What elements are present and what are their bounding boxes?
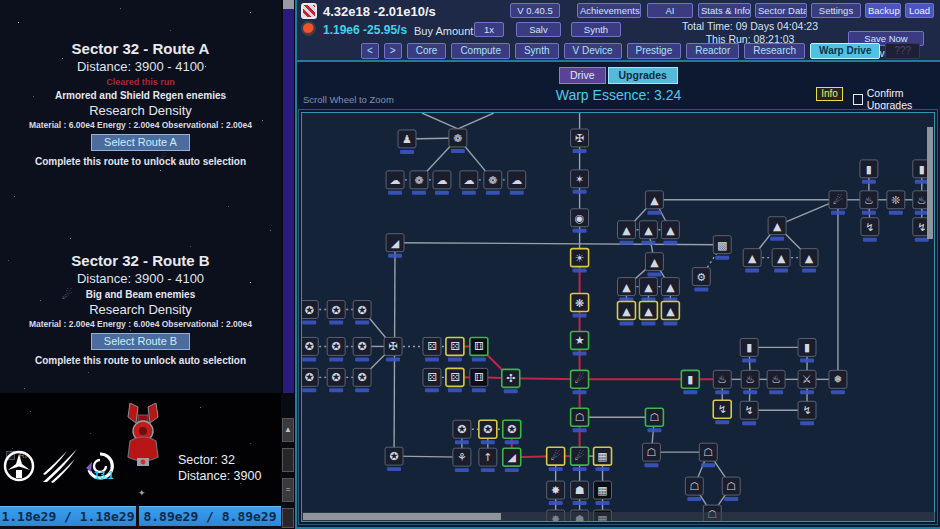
- select-route-a-button[interactable]: Select Route A: [91, 134, 190, 151]
- tree-node-honeycomb[interactable]: ▦: [594, 447, 612, 471]
- tree-node-pyramid[interactable]: ▲: [661, 221, 679, 245]
- scrollbar-track[interactable]: [283, 0, 294, 393]
- tree-node-spiral[interactable]: ✪: [302, 301, 318, 325]
- tree-node-pyramid[interactable]: ▲: [639, 278, 657, 302]
- tree-node-burst[interactable]: ✸: [547, 481, 565, 505]
- tree-node-spiral[interactable]: ✪: [302, 368, 318, 392]
- header-button-sector-data[interactable]: Sector Data: [755, 3, 807, 18]
- tree-node-brain[interactable]: ❁: [410, 171, 428, 195]
- tree-node-chart[interactable]: ◢: [503, 448, 521, 472]
- header-button-ai[interactable]: AI: [647, 3, 693, 18]
- tree-node-spiral[interactable]: ✪: [327, 337, 345, 361]
- tree-node-orb[interactable]: ◉: [571, 209, 589, 233]
- buy-amount-synth[interactable]: Synth: [571, 22, 621, 37]
- tree-node-spiral[interactable]: ✪: [453, 420, 471, 444]
- tree-node-pinwheel[interactable]: ✣: [502, 369, 520, 393]
- ship-mode-icon[interactable]: [1, 448, 37, 484]
- claw-attack-icon[interactable]: [42, 448, 78, 484]
- tree-node-ufo[interactable]: ☖: [699, 443, 717, 467]
- tree-node-bulb[interactable]: ⚘: [453, 448, 471, 472]
- tree-node-lightning[interactable]: ↯: [740, 401, 758, 425]
- tree-node-star[interactable]: ★: [571, 331, 589, 355]
- tab-research[interactable]: Research: [744, 43, 805, 59]
- tree-node-engine[interactable]: ♨: [713, 370, 731, 394]
- tree-node-pyramid[interactable]: ▲: [661, 278, 679, 302]
- info-button[interactable]: Info: [816, 87, 843, 101]
- scrollbar-thumb[interactable]: [283, 0, 294, 9]
- strip-button-blank[interactable]: [282, 508, 294, 528]
- tree-node-pyramid[interactable]: ▲: [800, 249, 818, 273]
- tab-<[interactable]: <: [361, 43, 379, 59]
- tree-node-spiral[interactable]: ✪: [327, 368, 345, 392]
- tree-node-claw[interactable]: ⚔: [798, 370, 816, 394]
- tab-reactor[interactable]: Reactor: [686, 43, 739, 59]
- tab-warp-drive[interactable]: Warp Drive: [810, 43, 880, 59]
- tree-node-lightning[interactable]: ↯: [861, 218, 879, 242]
- strip-button-blank[interactable]: [282, 448, 294, 472]
- tree-node-battery[interactable]: ▮: [798, 338, 816, 362]
- tab-v-device[interactable]: V Device: [564, 43, 622, 59]
- tree-node-fan[interactable]: ❋: [571, 294, 589, 318]
- tree-node-battery[interactable]: ▮: [740, 338, 758, 362]
- tree-vscroll-thumb[interactable]: [927, 127, 933, 239]
- header-button-stats-info[interactable]: Stats & Info: [698, 3, 751, 18]
- tree-node-pyramid[interactable]: ▲: [618, 278, 636, 302]
- tree-node-comet[interactable]: ☄: [571, 370, 589, 394]
- tree-node-saucer[interactable]: ☖: [645, 408, 663, 432]
- tree-node-pyramid[interactable]: ▲: [645, 253, 663, 277]
- tree-node-brain[interactable]: ❁: [449, 129, 467, 153]
- tree-node-pyramid[interactable]: ▲: [639, 221, 657, 245]
- tree-node-saucer[interactable]: ☖: [571, 408, 589, 432]
- tree-node-cloud[interactable]: ☁: [508, 171, 526, 195]
- select-route-b-button[interactable]: Select Route B: [91, 333, 190, 350]
- tab-synth[interactable]: Synth: [515, 43, 559, 59]
- tree-node-pyramid[interactable]: ▲: [743, 249, 761, 273]
- tree-node-lightning[interactable]: ↯: [713, 400, 731, 424]
- tree-node-engine[interactable]: ♨: [767, 370, 785, 394]
- tree-node-cross[interactable]: ✠: [384, 337, 402, 361]
- tree-node-cloud[interactable]: ☁: [386, 171, 404, 195]
- tree-node-ufo[interactable]: ☖: [722, 477, 740, 501]
- tree-node-engine[interactable]: ♨: [741, 370, 759, 394]
- header-button-backup[interactable]: Backup: [865, 3, 901, 18]
- tree-node-engine[interactable]: ♨: [860, 191, 878, 215]
- tree-node-spiral[interactable]: ✪: [353, 368, 371, 392]
- tree-node-qr[interactable]: ▩: [713, 236, 731, 260]
- tree-node-spiral[interactable]: ✪: [353, 301, 371, 325]
- buy-amount-1x[interactable]: 1x: [474, 22, 504, 37]
- tree-node-sun[interactable]: ☀: [571, 249, 589, 273]
- tree-node-dice[interactable]: ⚄: [423, 368, 441, 392]
- tree-node-dice[interactable]: ⚄: [423, 337, 441, 361]
- tree-node-cube[interactable]: ⚅: [470, 368, 488, 392]
- confirm-upgrades-checkbox[interactable]: [853, 94, 863, 105]
- tree-node-pyramid[interactable]: ▲: [768, 217, 786, 241]
- strip-button-up[interactable]: ▲: [282, 418, 294, 442]
- header-button-load[interactable]: Load: [905, 3, 934, 18]
- tree-node-chart[interactable]: ◢: [386, 234, 404, 258]
- tree-node-spiral[interactable]: ✪: [327, 301, 345, 325]
- tree-node-cloud[interactable]: ☁: [433, 171, 451, 195]
- tree-node-battery[interactable]: ▮: [681, 370, 699, 394]
- tree-node-rocket[interactable]: ↑: [479, 448, 497, 472]
- tree-node-spiral[interactable]: ✪: [353, 337, 371, 361]
- tree-node-spiral[interactable]: ✪: [385, 447, 403, 471]
- tree-node-spiral[interactable]: ✪: [479, 420, 497, 444]
- version-button[interactable]: V 0.40.5: [510, 3, 560, 18]
- tree-node-pyramid[interactable]: ▲: [639, 302, 657, 326]
- tab-compute[interactable]: Compute: [451, 43, 510, 59]
- tree-node-honeycomb[interactable]: ▦: [594, 481, 612, 505]
- tree-node-gearbrain[interactable]: ⚙: [692, 268, 710, 292]
- tree-node-spark[interactable]: ✶: [571, 170, 589, 194]
- tree-node-meteor[interactable]: ☄: [829, 191, 847, 215]
- tree-node-person[interactable]: ♟: [398, 130, 416, 154]
- tree-node-pyramid[interactable]: ▲: [645, 191, 663, 215]
- subtab-upgrades[interactable]: Upgrades: [608, 67, 678, 84]
- vortex-weapon-icon[interactable]: 13.1: [82, 448, 118, 484]
- tree-node-comet[interactable]: ☄: [547, 447, 565, 471]
- tree-node-battery[interactable]: ▮: [860, 160, 878, 184]
- tree-node-dice[interactable]: ⚄: [446, 337, 464, 361]
- tree-node-cube[interactable]: ⚅: [470, 337, 488, 361]
- tree-node-lander[interactable]: ☗: [571, 481, 589, 505]
- tree-node-pyramid[interactable]: ▲: [618, 221, 636, 245]
- upgrade-tree-viewport[interactable]: ♟❁☁❁☁☁❁☁✠✶◉☀❋★☄☖☄☄▦✸☗▦✸☗◢✪✪✪✪✪✪✪✪✪✠⚄⚄⚅⚄⚄…: [301, 112, 935, 522]
